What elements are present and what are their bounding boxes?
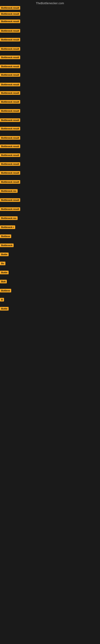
bottleneck-item[interactable]: Bottle — [0, 252, 9, 257]
bottleneck-badge[interactable]: Bottleneck result — [0, 83, 20, 86]
bottleneck-item[interactable]: Bottleneck result — [0, 153, 20, 158]
bottleneck-item[interactable]: Bottleneck result — [0, 73, 20, 78]
bottleneck-badge[interactable]: Bottleneck result — [0, 171, 20, 175]
bottleneck-item[interactable]: Bottleneck result — [0, 56, 20, 60]
bottleneck-badge[interactable]: Bottleneck res — [0, 216, 18, 220]
bottleneck-item[interactable]: Bottleneck result — [0, 47, 20, 52]
bottleneck-badge[interactable]: Bottleneck result — [0, 127, 20, 130]
bottleneck-badge[interactable]: Bottle — [0, 252, 9, 256]
bottleneck-item[interactable]: Bottleneck result — [0, 144, 20, 149]
bottleneck-item[interactable]: Bottleneck result — [0, 118, 20, 123]
bottleneck-badge[interactable]: Bo — [0, 262, 5, 265]
bottleneck-item[interactable]: Bo — [0, 262, 5, 266]
bottleneck-badge[interactable]: Bottleneck result — [0, 207, 20, 211]
bottleneck-item[interactable]: Bottleneck res — [0, 189, 18, 194]
bottleneck-badge[interactable]: Bottleneck result — [0, 73, 20, 77]
bottleneck-badge[interactable]: Bottleneck res — [0, 189, 18, 193]
bottleneck-item[interactable]: Bottle — [0, 271, 9, 275]
bottleneck-badge[interactable]: Bottle — [0, 307, 9, 310]
bottleneck-badge[interactable]: Bottleneck result — [0, 20, 20, 23]
bottleneck-item[interactable]: Bottleneck result — [0, 6, 20, 10]
bottleneck-badge[interactable]: Bottleneck r — [0, 226, 15, 229]
bottleneck-badge[interactable]: Bottleneck result — [0, 153, 20, 157]
bottleneck-item[interactable]: Bottleneck res — [0, 216, 18, 221]
bottleneck-item[interactable]: Bottleneck result — [0, 100, 20, 104]
bottleneck-item[interactable]: Bottleneck result — [0, 180, 20, 184]
bottleneck-item[interactable]: Bottleneck result — [0, 38, 20, 42]
bottleneck-item[interactable]: Bottleneck — [0, 244, 14, 248]
bottleneck-badge[interactable]: Bottleneck result — [0, 162, 20, 166]
bottleneck-badge[interactable]: Bottle — [0, 271, 9, 274]
bottleneck-badge[interactable]: Bottleneck result — [0, 100, 20, 104]
bottleneck-item[interactable]: Bottle — [0, 307, 9, 311]
bottleneck-badge[interactable]: Bottleneck result — [0, 198, 20, 202]
bottleneck-item[interactable]: Bottleneck r — [0, 226, 15, 230]
bottleneck-badge[interactable]: Bottleneck — [0, 244, 14, 247]
bottleneck-item[interactable]: Bottleneck result — [0, 29, 20, 34]
bottleneck-badge[interactable]: Bottleneck result — [0, 144, 20, 148]
bottleneck-badge[interactable]: Bottleneck result — [0, 180, 20, 184]
bottleneck-item[interactable]: Bottleneck result — [0, 136, 20, 140]
bottleneck-badge[interactable]: Bottlene — [0, 234, 11, 238]
bottleneck-badge[interactable]: Bottleneck result — [0, 91, 20, 95]
bottleneck-item[interactable]: Bottleneck result — [0, 20, 20, 24]
bottleneck-badge[interactable]: Bottleneck result — [0, 64, 20, 68]
bottleneck-badge[interactable]: Bottleneck result — [0, 38, 20, 42]
bottleneck-item[interactable]: Bott — [0, 280, 7, 284]
bottleneck-item[interactable]: Bottleneck result — [0, 171, 20, 176]
bottleneck-badge[interactable]: Bottleneck result — [0, 12, 20, 16]
bottleneck-item[interactable]: Bottleneck result — [0, 162, 20, 167]
bottleneck-item[interactable]: Bottleneck result — [0, 91, 20, 96]
site-title-container: TheBottlenecker.com — [0, 0, 100, 6]
bottleneck-badge[interactable]: Bottleneck result — [0, 47, 20, 51]
bottleneck-item[interactable]: Bottleneck result — [0, 12, 20, 16]
bottleneck-badge[interactable]: Bott — [0, 280, 7, 283]
bottleneck-item[interactable]: Bottleneck result — [0, 64, 20, 69]
bottleneck-badge[interactable]: Bottleneck result — [0, 56, 20, 59]
bottleneck-badge[interactable]: Bottleneck result — [0, 136, 20, 140]
bottleneck-item[interactable]: Bottleneck result — [0, 198, 20, 203]
bottleneck-badge[interactable]: Bottleneck result — [0, 6, 20, 10]
bottleneck-item[interactable]: B — [0, 298, 4, 302]
bottleneck-badge[interactable]: Bottleneck result — [0, 118, 20, 122]
bottleneck-badge[interactable]: Bottleneck result — [0, 109, 20, 113]
bottleneck-badge[interactable]: Bottlene — [0, 289, 11, 292]
bottleneck-item[interactable]: Bottleneck result — [0, 207, 20, 212]
bottleneck-item[interactable]: Bottleneck result — [0, 83, 20, 87]
bottleneck-badge[interactable]: B — [0, 298, 4, 302]
bottleneck-badge[interactable]: Bottleneck result — [0, 29, 20, 32]
bottleneck-item[interactable]: Bottleneck result — [0, 127, 20, 131]
site-title: TheBottlenecker.com — [0, 0, 100, 6]
bottleneck-item[interactable]: Bottlene — [0, 289, 11, 293]
bottleneck-item[interactable]: Bottlene — [0, 234, 11, 239]
bottleneck-item[interactable]: Bottleneck result — [0, 109, 20, 114]
